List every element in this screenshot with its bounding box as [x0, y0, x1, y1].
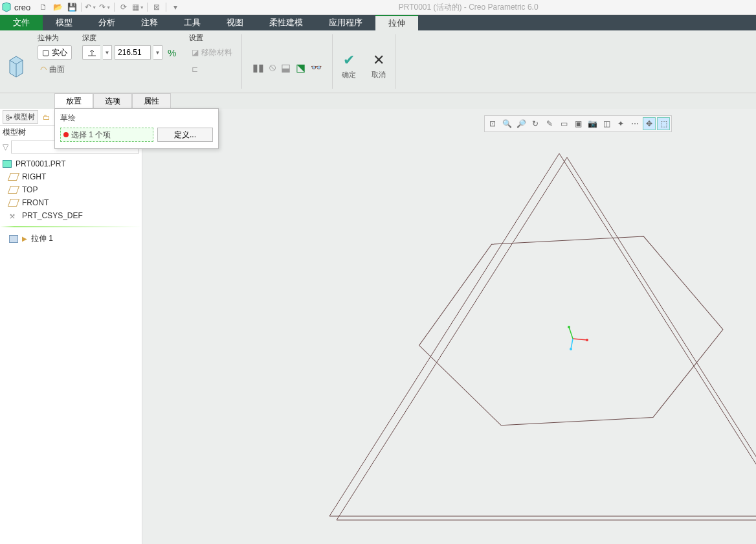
group-label-extrude-as: 拉伸为: [38, 30, 72, 44]
remove-material-icon: ◪: [192, 48, 199, 57]
tree-icon: §•: [6, 113, 12, 121]
tree-item-csys[interactable]: ⤧PRT_CSYS_DEF: [0, 209, 142, 222]
nav-tab-folder[interactable]: 🗀: [39, 111, 53, 123]
csys-icon: ⤧: [9, 212, 18, 220]
plane-icon: [8, 199, 19, 207]
sidebar: 草绘 选择 1 个项 定义... §•模型树 🗀 ⋆ 模型树 ▽ PRT0001…: [0, 109, 142, 544]
tree-item-top[interactable]: TOP: [0, 183, 142, 196]
save-icon[interactable]: 💾: [65, 1, 78, 13]
dashboard-tab-place[interactable]: 放置: [54, 93, 93, 109]
check-icon: ✔: [343, 52, 355, 69]
tree-item-front[interactable]: FRONT: [0, 196, 142, 209]
svg-point-7: [570, 348, 572, 350]
open-file-icon[interactable]: 📂: [51, 1, 64, 13]
quick-access-toolbar: 🗋 📂 💾 ↶▼ ↷▼ ⟳ ▦▼ ⊠ ▾: [37, 1, 182, 13]
ribbon-group-depth: 深度 ▼ ▼ %: [77, 30, 184, 93]
no-preview-icon[interactable]: ⦸: [269, 62, 276, 73]
surface-icon: ◠: [40, 65, 47, 74]
preview-group: ▮▮ ⦸ ⬓ ⬔ 👓: [243, 30, 331, 93]
define-button[interactable]: 定义...: [157, 128, 213, 142]
ok-column[interactable]: ✔ 确定: [334, 30, 364, 93]
dashboard-tabs: 放置 选项 属性: [0, 93, 756, 109]
sketch-geometry: [142, 109, 756, 544]
surface-button[interactable]: ◠曲面: [38, 62, 67, 76]
tab-file[interactable]: 文件: [0, 15, 43, 30]
app-name: creo: [14, 3, 37, 12]
placement-panel: 草绘 选择 1 个项 定义...: [54, 108, 219, 149]
new-file-icon[interactable]: 🗋: [37, 1, 50, 13]
pause-icon[interactable]: ▮▮: [252, 62, 264, 74]
detach-preview-icon[interactable]: ⬔: [296, 62, 306, 74]
depth-input[interactable]: [115, 45, 151, 60]
plane-icon: [8, 186, 19, 194]
svg-line-4: [569, 327, 573, 339]
dashboard-tab-options[interactable]: 选项: [93, 93, 132, 109]
extrude-icon: [9, 235, 18, 243]
group-label-settings: 设置: [189, 30, 235, 44]
title-bar: creo 🗋 📂 💾 ↶▼ ↷▼ ⟳ ▦▼ ⊠ ▾ PRT0001 (活动的) …: [0, 0, 756, 15]
tab-view[interactable]: 视图: [214, 15, 256, 30]
part-icon: [3, 160, 12, 168]
sidebar-title: 模型树: [3, 127, 26, 138]
undo-icon[interactable]: ↶▼: [84, 1, 97, 13]
svg-marker-0: [329, 153, 756, 516]
status-dot-icon: [63, 132, 69, 137]
tab-tools[interactable]: 工具: [171, 15, 214, 30]
window-title: PRT0001 (活动的) - Creo Parametric 6.0: [182, 2, 755, 13]
nav-tab-model-tree[interactable]: §•模型树: [3, 110, 38, 124]
depth-type-dropdown[interactable]: ▼: [103, 45, 112, 60]
plane-icon: [8, 173, 19, 181]
placement-title: 草绘: [60, 113, 213, 128]
svg-line-2: [573, 339, 587, 340]
svg-point-5: [568, 326, 570, 328]
dashboard-tab-props[interactable]: 属性: [132, 93, 171, 109]
solid-icon: ▢: [42, 48, 49, 57]
glasses-icon[interactable]: 👓: [311, 62, 322, 73]
model-tree: PRT0001.PRT RIGHT TOP FRONT ⤧PRT_CSYS_DE…: [0, 155, 142, 249]
tab-apps[interactable]: 应用程序: [316, 15, 375, 30]
insert-here-icon: ▶: [22, 235, 27, 242]
depth-type-button[interactable]: [82, 45, 100, 60]
tree-root[interactable]: PRT0001.PRT: [0, 157, 142, 170]
tab-flexible[interactable]: 柔性建模: [256, 15, 316, 30]
tree-item-right[interactable]: RIGHT: [0, 170, 142, 183]
redo-icon[interactable]: ↷▼: [98, 1, 111, 13]
attach-preview-icon[interactable]: ⬓: [281, 62, 291, 74]
ribbon: 拉伸为 ▢实心 ◠曲面 深度 ▼ ▼ % 设置 ◪移除材料 ⊏ ▮▮ ⦸: [0, 30, 756, 93]
tree-item-extrude[interactable]: ▶拉伸 1: [0, 231, 142, 246]
remove-material-button[interactable]: ◪移除材料: [189, 45, 235, 60]
extrude-feature-icon: [0, 30, 32, 93]
tab-analysis[interactable]: 分析: [85, 15, 128, 30]
ribbon-group-settings: 设置 ◪移除材料 ⊏: [184, 30, 240, 93]
ribbon-group-extrude-as: 拉伸为 ▢实心 ◠曲面: [32, 30, 77, 93]
tab-model[interactable]: 模型: [43, 15, 85, 30]
depth-value-dropdown[interactable]: ▼: [153, 45, 162, 60]
group-label-depth: 深度: [82, 30, 179, 44]
thicken-button[interactable]: ⊏: [189, 62, 201, 76]
ribbon-tabstrip: 文件 模型 分析 注释 工具 视图 柔性建模 应用程序 拉伸: [0, 15, 756, 30]
filter-icon[interactable]: ▽: [3, 142, 8, 152]
svg-point-3: [586, 339, 588, 341]
x-icon: ✕: [373, 52, 384, 69]
cancel-column[interactable]: ✕ 取消: [364, 30, 394, 93]
close-window-icon[interactable]: ⊠: [150, 1, 163, 13]
folder-icon: 🗀: [43, 113, 50, 121]
tab-annotate[interactable]: 注释: [128, 15, 171, 30]
app-logo-icon: [1, 2, 13, 12]
sketch-selector[interactable]: 选择 1 个项: [60, 128, 153, 142]
windows-icon[interactable]: ▦▼: [131, 1, 144, 13]
graphics-area[interactable]: ⊡ 🔍 🔎 ↻ ✎ ▭ ▣ 📷 ◫ ✦ ⋯ ✥ ⬚: [142, 109, 756, 544]
solid-button[interactable]: ▢实心: [38, 45, 72, 60]
tab-extrude[interactable]: 拉伸: [375, 15, 418, 30]
flip-direction-button[interactable]: %: [165, 45, 179, 60]
qat-dropdown-icon[interactable]: ▾: [169, 1, 182, 13]
regenerate-icon[interactable]: ⟳: [117, 1, 130, 13]
svg-line-6: [571, 339, 573, 349]
